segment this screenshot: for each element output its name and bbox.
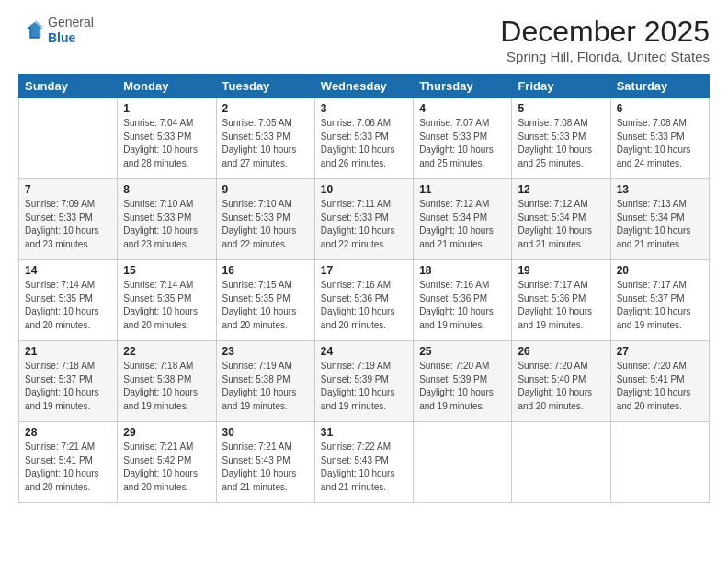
day-info: Sunrise: 7:16 AM Sunset: 5:36 PM Dayligh… xyxy=(419,279,506,332)
calendar-week-row: 28Sunrise: 7:21 AM Sunset: 5:41 PM Dayli… xyxy=(19,422,710,503)
page-container: General Blue December 2025 Spring Hill, … xyxy=(0,0,728,563)
table-row: 24Sunrise: 7:19 AM Sunset: 5:39 PM Dayli… xyxy=(314,341,413,422)
day-number: 21 xyxy=(25,345,111,358)
logo: General Blue xyxy=(18,15,94,46)
day-info: Sunrise: 7:10 AM Sunset: 5:33 PM Dayligh… xyxy=(123,198,210,251)
day-number: 25 xyxy=(419,345,506,358)
title-section: December 2025 Spring Hill, Florida, Unit… xyxy=(500,15,710,64)
day-info: Sunrise: 7:14 AM Sunset: 5:35 PM Dayligh… xyxy=(123,279,210,332)
table-row: 21Sunrise: 7:18 AM Sunset: 5:37 PM Dayli… xyxy=(19,341,118,422)
table-row: 8Sunrise: 7:10 AM Sunset: 5:33 PM Daylig… xyxy=(118,179,216,260)
col-friday: Friday xyxy=(512,75,610,98)
table-row xyxy=(19,98,118,179)
table-row: 20Sunrise: 7:17 AM Sunset: 5:37 PM Dayli… xyxy=(610,260,709,341)
table-row: 26Sunrise: 7:20 AM Sunset: 5:40 PM Dayli… xyxy=(512,341,610,422)
day-info: Sunrise: 7:19 AM Sunset: 5:38 PM Dayligh… xyxy=(222,360,309,413)
day-number: 1 xyxy=(123,102,210,115)
day-number: 31 xyxy=(321,426,407,439)
day-info: Sunrise: 7:21 AM Sunset: 5:42 PM Dayligh… xyxy=(123,441,210,494)
main-title: December 2025 xyxy=(500,15,710,49)
table-row: 30Sunrise: 7:21 AM Sunset: 5:43 PM Dayli… xyxy=(216,422,314,503)
day-info: Sunrise: 7:04 AM Sunset: 5:33 PM Dayligh… xyxy=(123,117,210,170)
table-row: 1Sunrise: 7:04 AM Sunset: 5:33 PM Daylig… xyxy=(118,98,216,179)
day-info: Sunrise: 7:08 AM Sunset: 5:33 PM Dayligh… xyxy=(518,117,604,170)
day-info: Sunrise: 7:12 AM Sunset: 5:34 PM Dayligh… xyxy=(518,198,604,251)
logo-blue-text: Blue xyxy=(48,30,75,45)
day-info: Sunrise: 7:20 AM Sunset: 5:40 PM Dayligh… xyxy=(518,360,604,413)
table-row: 2Sunrise: 7:05 AM Sunset: 5:33 PM Daylig… xyxy=(216,98,314,179)
logo-general-text: General xyxy=(48,15,94,29)
day-number: 8 xyxy=(123,183,210,196)
day-number: 9 xyxy=(222,183,309,196)
table-row: 4Sunrise: 7:07 AM Sunset: 5:33 PM Daylig… xyxy=(414,98,512,179)
day-number: 10 xyxy=(321,183,407,196)
table-row: 31Sunrise: 7:22 AM Sunset: 5:43 PM Dayli… xyxy=(314,422,413,503)
day-info: Sunrise: 7:09 AM Sunset: 5:33 PM Dayligh… xyxy=(25,198,111,251)
table-row: 6Sunrise: 7:08 AM Sunset: 5:33 PM Daylig… xyxy=(610,98,709,179)
day-info: Sunrise: 7:17 AM Sunset: 5:37 PM Dayligh… xyxy=(617,279,703,332)
table-row: 13Sunrise: 7:13 AM Sunset: 5:34 PM Dayli… xyxy=(610,179,709,260)
col-tuesday: Tuesday xyxy=(216,75,314,98)
day-info: Sunrise: 7:11 AM Sunset: 5:33 PM Dayligh… xyxy=(321,198,407,251)
table-row: 11Sunrise: 7:12 AM Sunset: 5:34 PM Dayli… xyxy=(414,179,512,260)
day-number: 23 xyxy=(222,345,309,358)
logo-text: General Blue xyxy=(48,15,94,46)
day-number: 15 xyxy=(123,264,210,277)
day-info: Sunrise: 7:14 AM Sunset: 5:35 PM Dayligh… xyxy=(25,279,111,332)
day-number: 27 xyxy=(617,345,703,358)
day-number: 28 xyxy=(25,426,111,439)
day-info: Sunrise: 7:21 AM Sunset: 5:41 PM Dayligh… xyxy=(25,441,111,494)
day-number: 4 xyxy=(419,102,506,115)
table-row: 9Sunrise: 7:10 AM Sunset: 5:33 PM Daylig… xyxy=(216,179,314,260)
day-info: Sunrise: 7:18 AM Sunset: 5:37 PM Dayligh… xyxy=(25,360,111,413)
logo-icon xyxy=(18,17,44,43)
table-row: 23Sunrise: 7:19 AM Sunset: 5:38 PM Dayli… xyxy=(216,341,314,422)
table-row xyxy=(414,422,512,503)
day-number: 13 xyxy=(617,183,703,196)
table-row: 18Sunrise: 7:16 AM Sunset: 5:36 PM Dayli… xyxy=(414,260,512,341)
table-row: 22Sunrise: 7:18 AM Sunset: 5:38 PM Dayli… xyxy=(118,341,216,422)
calendar-week-row: 14Sunrise: 7:14 AM Sunset: 5:35 PM Dayli… xyxy=(19,260,710,341)
day-number: 29 xyxy=(123,426,210,439)
col-sunday: Sunday xyxy=(19,75,118,98)
day-number: 17 xyxy=(321,264,407,277)
day-info: Sunrise: 7:21 AM Sunset: 5:43 PM Dayligh… xyxy=(222,441,309,494)
day-number: 22 xyxy=(123,345,210,358)
calendar: Sunday Monday Tuesday Wednesday Thursday… xyxy=(18,74,710,503)
table-row: 29Sunrise: 7:21 AM Sunset: 5:42 PM Dayli… xyxy=(118,422,216,503)
day-info: Sunrise: 7:15 AM Sunset: 5:35 PM Dayligh… xyxy=(222,279,309,332)
subtitle: Spring Hill, Florida, United States xyxy=(500,49,710,64)
table-row: 14Sunrise: 7:14 AM Sunset: 5:35 PM Dayli… xyxy=(19,260,118,341)
day-number: 26 xyxy=(518,345,604,358)
table-row xyxy=(610,422,709,503)
day-info: Sunrise: 7:07 AM Sunset: 5:33 PM Dayligh… xyxy=(419,117,506,170)
day-number: 14 xyxy=(25,264,111,277)
table-row: 17Sunrise: 7:16 AM Sunset: 5:36 PM Dayli… xyxy=(314,260,413,341)
table-row: 3Sunrise: 7:06 AM Sunset: 5:33 PM Daylig… xyxy=(314,98,413,179)
day-number: 7 xyxy=(25,183,111,196)
day-number: 18 xyxy=(419,264,506,277)
calendar-header-row: Sunday Monday Tuesday Wednesday Thursday… xyxy=(19,75,710,98)
day-number: 11 xyxy=(419,183,506,196)
day-info: Sunrise: 7:20 AM Sunset: 5:41 PM Dayligh… xyxy=(617,360,703,413)
day-info: Sunrise: 7:17 AM Sunset: 5:36 PM Dayligh… xyxy=(518,279,604,332)
day-info: Sunrise: 7:20 AM Sunset: 5:39 PM Dayligh… xyxy=(419,360,506,413)
table-row: 19Sunrise: 7:17 AM Sunset: 5:36 PM Dayli… xyxy=(512,260,610,341)
col-thursday: Thursday xyxy=(414,75,512,98)
day-number: 3 xyxy=(321,102,407,115)
table-row: 7Sunrise: 7:09 AM Sunset: 5:33 PM Daylig… xyxy=(19,179,118,260)
table-row: 25Sunrise: 7:20 AM Sunset: 5:39 PM Dayli… xyxy=(414,341,512,422)
calendar-week-row: 7Sunrise: 7:09 AM Sunset: 5:33 PM Daylig… xyxy=(19,179,710,260)
day-number: 24 xyxy=(321,345,407,358)
day-info: Sunrise: 7:05 AM Sunset: 5:33 PM Dayligh… xyxy=(222,117,309,170)
day-info: Sunrise: 7:16 AM Sunset: 5:36 PM Dayligh… xyxy=(321,279,407,332)
day-number: 30 xyxy=(222,426,309,439)
table-row: 15Sunrise: 7:14 AM Sunset: 5:35 PM Dayli… xyxy=(118,260,216,341)
day-info: Sunrise: 7:10 AM Sunset: 5:33 PM Dayligh… xyxy=(222,198,309,251)
calendar-week-row: 1Sunrise: 7:04 AM Sunset: 5:33 PM Daylig… xyxy=(19,98,710,179)
col-saturday: Saturday xyxy=(610,75,709,98)
day-number: 5 xyxy=(518,102,604,115)
col-monday: Monday xyxy=(118,75,216,98)
table-row xyxy=(512,422,610,503)
day-number: 19 xyxy=(518,264,604,277)
